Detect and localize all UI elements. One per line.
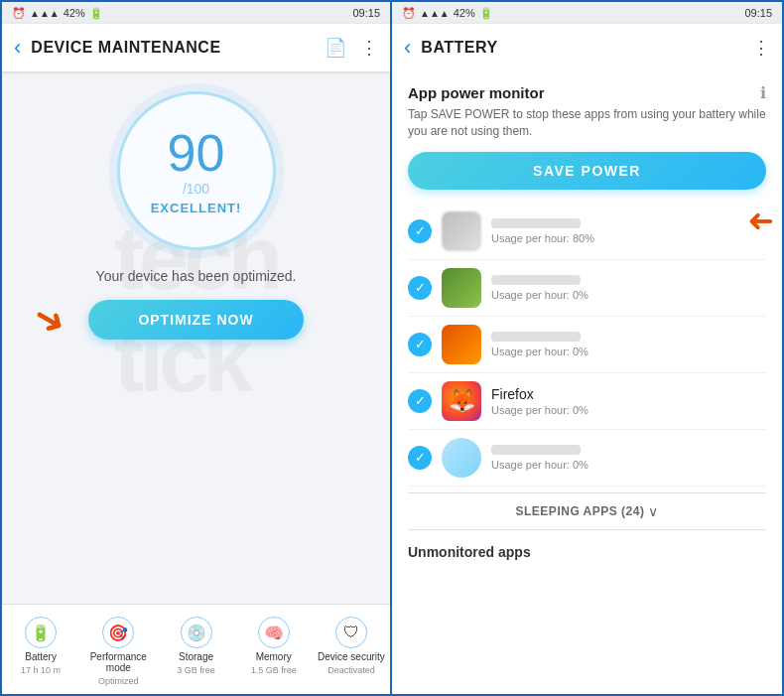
app1-name-blur (491, 218, 581, 228)
left-app-bar: ‹ DEVICE MAINTENANCE 📄 ⋮ (2, 24, 390, 71)
app5-icon (442, 438, 481, 478)
firefox-check[interactable]: ✓ (408, 389, 432, 413)
memory-nav-label: Memory (256, 651, 292, 662)
nav-item-memory[interactable]: 🧠 Memory 1.5 GB free (235, 613, 313, 690)
app2-name-blur (491, 275, 581, 285)
left-title: DEVICE MAINTENANCE (31, 39, 325, 57)
score-circle: 90 /100 EXCELLENT! (117, 91, 276, 250)
app2-usage: Usage per hour: 0% (491, 289, 766, 301)
storage-nav-label: Storage (179, 651, 213, 662)
right-app-bar: ‹ BATTERY ⋮ (392, 24, 782, 71)
app-list-item-5: ✓ Usage per hour: 0% (408, 430, 766, 487)
security-nav-icon: 🛡 (335, 617, 367, 648)
right-title: BATTERY (421, 39, 752, 57)
performance-nav-label: Performance mode (81, 651, 155, 673)
right-content: App power monitor ℹ Tap SAVE POWER to st… (392, 71, 782, 694)
sleeping-chevron-icon: ∨ (648, 503, 658, 519)
left-time: 09:15 (352, 7, 380, 19)
app5-usage: Usage per hour: 0% (491, 459, 766, 471)
app1-usage: Usage per hour: 80% (491, 232, 766, 244)
app3-name-blur (491, 332, 581, 342)
battery-nav-icon: 🔋 (25, 617, 57, 648)
battery-nav-sub: 17 h 10 m (21, 665, 61, 675)
nav-item-performance[interactable]: 🎯 Performance mode Optimized (79, 613, 157, 690)
storage-nav-icon: 💿 (181, 617, 212, 648)
left-content: techtick 90 /100 EXCELLENT! Your device … (2, 71, 390, 590)
app-list-item-1: ✓ Usage per hour: 80% ➜ (408, 204, 766, 260)
firefox-icon: 🦊 (442, 381, 481, 421)
app2-check[interactable]: ✓ (408, 276, 432, 300)
storage-nav-sub: 3 GB free (177, 665, 215, 675)
unmonitored-title: Unmonitored apps (408, 536, 766, 564)
right-arrow-icon: ➜ (747, 201, 774, 238)
bottom-nav: 🔋 Battery 17 h 10 m 🎯 Performance mode O… (2, 604, 390, 694)
section-header: App power monitor ℹ (408, 83, 766, 102)
app3-info: Usage per hour: 0% (491, 332, 766, 357)
memory-nav-sub: 1.5 GB free (251, 665, 297, 675)
score-value: 90 (168, 127, 225, 179)
firefox-info: Firefox Usage per hour: 0% (491, 386, 766, 416)
app-list-item-2: ✓ Usage per hour: 0% (408, 260, 766, 317)
security-nav-label: Device security (318, 651, 385, 662)
right-battery-pct: 42% (454, 7, 475, 19)
app2-info: Usage per hour: 0% (491, 275, 766, 301)
firefox-usage: Usage per hour: 0% (491, 404, 766, 416)
left-doc-icon[interactable]: 📄 (325, 37, 346, 59)
nav-item-security[interactable]: 🛡 Device security Deactivated (313, 613, 390, 690)
optimized-text: Your device has been optimized. (96, 268, 297, 284)
left-alarm-icon: ⏰ (12, 7, 26, 20)
right-battery-icon: 🔋 (479, 7, 493, 20)
save-power-button[interactable]: SAVE POWER (408, 152, 766, 190)
app2-icon (442, 268, 481, 308)
right-status-bar: ⏰ ▲▲▲ 42% 🔋 09:15 (392, 2, 782, 24)
left-more-icon[interactable]: ⋮ (360, 37, 378, 59)
security-nav-sub: Deactivated (327, 665, 375, 675)
app3-usage: Usage per hour: 0% (491, 346, 766, 357)
right-time: 09:15 (744, 7, 772, 19)
nav-item-storage[interactable]: 💿 Storage 3 GB free (157, 613, 234, 690)
right-signal-icon: ▲▲▲ (420, 8, 450, 19)
app5-check[interactable]: ✓ (408, 446, 432, 470)
left-status-bar: ⏰ ▲▲▲ 42% 🔋 09:15 (2, 2, 390, 24)
nav-item-battery[interactable]: 🔋 Battery 17 h 10 m (2, 613, 79, 690)
left-signal-icon: ▲▲▲ (30, 8, 60, 19)
firefox-name: Firefox (491, 386, 766, 402)
right-panel: ⏰ ▲▲▲ 42% 🔋 09:15 ‹ BATTERY ⋮ App power … (392, 0, 784, 696)
info-icon[interactable]: ℹ (760, 83, 766, 102)
left-back-button[interactable]: ‹ (14, 35, 21, 61)
app3-icon (442, 325, 481, 364)
left-battery-pct: 42% (64, 7, 85, 19)
score-total: /100 (183, 181, 209, 197)
app3-check[interactable]: ✓ (408, 333, 432, 356)
left-battery-icon: 🔋 (89, 7, 103, 20)
right-more-icon[interactable]: ⋮ (752, 37, 770, 59)
performance-nav-icon: 🎯 (102, 617, 134, 648)
left-arrow-icon: ➜ (26, 293, 75, 347)
app5-info: Usage per hour: 0% (491, 445, 766, 471)
section-title: App power monitor (408, 84, 545, 101)
app1-info: Usage per hour: 80% (491, 218, 766, 244)
right-alarm-icon: ⏰ (402, 7, 416, 20)
performance-nav-sub: Optimized (98, 676, 139, 686)
app-list-item-3: ✓ Usage per hour: 0% (408, 317, 766, 373)
sleeping-apps-label: SLEEPING APPS (24) (516, 504, 645, 518)
battery-nav-label: Battery (25, 651, 57, 662)
app5-name-blur (491, 445, 581, 455)
optimize-btn-wrapper: ➜ OPTIMIZE NOW (88, 300, 303, 340)
app-list-item-firefox: ✓ 🦊 Firefox Usage per hour: 0% (408, 373, 766, 430)
section-desc: Tap SAVE POWER to stop these apps from u… (408, 106, 766, 140)
app1-check[interactable]: ✓ (408, 219, 432, 243)
optimize-now-button[interactable]: OPTIMIZE NOW (88, 300, 303, 340)
sleeping-apps-row[interactable]: SLEEPING APPS (24) ∨ (408, 492, 766, 530)
left-panel: ⏰ ▲▲▲ 42% 🔋 09:15 ‹ DEVICE MAINTENANCE 📄… (0, 0, 392, 696)
score-label: EXCELLENT! (151, 201, 242, 215)
right-back-button[interactable]: ‹ (404, 35, 411, 61)
memory-nav-icon: 🧠 (258, 617, 290, 648)
app1-icon (442, 211, 481, 251)
